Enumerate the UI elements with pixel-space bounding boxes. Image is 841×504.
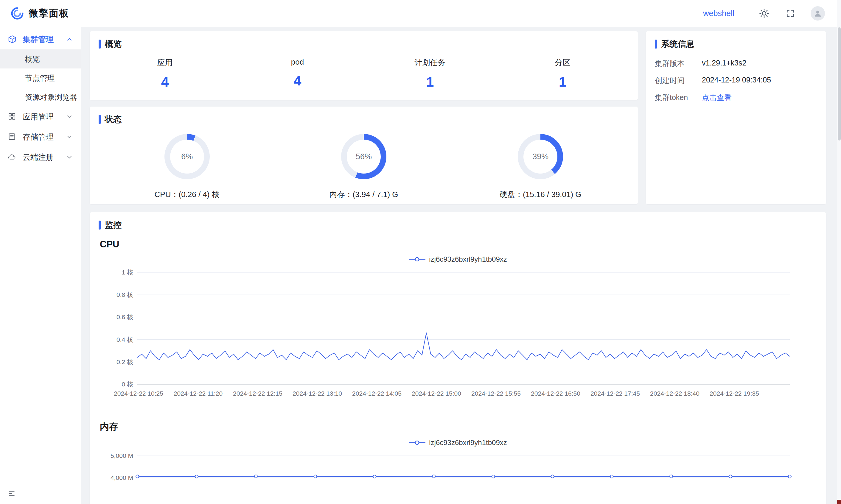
stat-value: 1 bbox=[496, 74, 629, 90]
cube-icon bbox=[8, 35, 17, 44]
disk-donut-chart: 39% bbox=[518, 134, 563, 179]
memory-chart-block: 内存 izj6c93z6bxrl9yh1tb09xz 5,000 M4,000 … bbox=[99, 421, 817, 504]
chevron-down-icon bbox=[66, 133, 73, 141]
view-token-link[interactable]: 点击查看 bbox=[702, 93, 732, 103]
memory-chart-subtitle: 内存 bbox=[100, 421, 817, 433]
stat-label: 分区 bbox=[496, 57, 629, 68]
svg-text:5,000 M: 5,000 M bbox=[110, 452, 133, 459]
system-info-row-token: 集群token 点击查看 bbox=[655, 93, 817, 103]
cpu-chart-legend[interactable]: izj6c93z6bxrl9yh1tb09xz bbox=[99, 255, 817, 264]
fullscreen-icon[interactable] bbox=[784, 7, 796, 19]
sidebar-item-node-management[interactable]: 节点管理 bbox=[0, 69, 81, 88]
overview-card: 概览 应用 4 pod 4 计划任务 1 bbox=[90, 31, 638, 100]
gauge-label: 内存：(3.94 / 7.1) G bbox=[329, 189, 398, 200]
system-info-row-created: 创建时间 2024-12-19 09:34:05 bbox=[655, 76, 817, 86]
sidebar-item-cluster-management[interactable]: 集群管理 bbox=[0, 29, 81, 50]
sidebar-item-app-management[interactable]: 应用管理 bbox=[0, 107, 81, 127]
memory-chart-svg: 5,000 M4,000 M bbox=[99, 450, 818, 504]
gauge-label: CPU：(0.26 / 4) 核 bbox=[155, 189, 220, 200]
title-accent-bar bbox=[99, 40, 101, 49]
chevron-down-icon bbox=[66, 113, 73, 120]
overview-stats-row: 应用 4 pod 4 计划任务 1 分区 1 bbox=[99, 57, 629, 90]
svg-text:2024-12-22 16:50: 2024-12-22 16:50 bbox=[531, 390, 580, 397]
stat-value: 4 bbox=[99, 74, 231, 90]
svg-text:2024-12-22 13:10: 2024-12-22 13:10 bbox=[293, 390, 342, 397]
sidebar-subitem-label: 资源对象浏览器 bbox=[25, 92, 77, 102]
sidebar-item-resource-browser[interactable]: 资源对象浏览器 bbox=[0, 88, 81, 107]
stat-pods: pod 4 bbox=[231, 57, 364, 90]
stat-value: 4 bbox=[231, 73, 364, 89]
monitor-card-title: 监控 bbox=[99, 219, 817, 231]
theme-sun-icon[interactable] bbox=[758, 7, 770, 19]
svg-text:2024-12-22 11:20: 2024-12-22 11:20 bbox=[174, 390, 223, 397]
top-bar: 微擎面板 webshell bbox=[0, 0, 837, 27]
cpu-donut-chart: 6% bbox=[164, 134, 210, 179]
stat-label: pod bbox=[231, 57, 364, 67]
scrollbar-thumb[interactable] bbox=[838, 28, 841, 141]
svg-text:2024-12-22 15:55: 2024-12-22 15:55 bbox=[471, 390, 521, 397]
page-scrollbar[interactable] bbox=[837, 0, 841, 504]
svg-text:4,000 M: 4,000 M bbox=[110, 474, 133, 481]
stat-cronjobs: 计划任务 1 bbox=[364, 57, 496, 90]
status-card: 状态 6% CPU：(0.26 / 4) 核 56% 内存：(3.94 / 7.… bbox=[90, 107, 638, 204]
gauge-label: 硬盘：(15.16 / 39.01) G bbox=[500, 189, 581, 200]
svg-text:1 核: 1 核 bbox=[122, 269, 133, 276]
stat-partitions: 分区 1 bbox=[496, 57, 629, 90]
stat-apps: 应用 4 bbox=[99, 57, 231, 90]
cpu-chart-block: CPU izj6c93z6bxrl9yh1tb09xz 1 核0.8 核0.6 … bbox=[99, 239, 817, 401]
grid-icon bbox=[8, 112, 17, 121]
row-label: 创建时间 bbox=[655, 76, 697, 86]
stat-label: 应用 bbox=[99, 57, 231, 68]
cloud-icon bbox=[8, 153, 17, 162]
svg-text:2024-12-22 19:35: 2024-12-22 19:35 bbox=[709, 390, 759, 397]
gauges-row: 6% CPU：(0.26 / 4) 核 56% 内存：(3.94 / 7.1) … bbox=[99, 134, 629, 200]
legend-label: izj6c93z6bxrl9yh1tb09xz bbox=[429, 255, 507, 264]
status-card-title: 状态 bbox=[99, 114, 629, 125]
monitor-title-text: 监控 bbox=[105, 219, 122, 231]
system-info-rows: 集群版本 v1.29.1+k3s2 创建时间 2024-12-19 09:34:… bbox=[655, 59, 817, 103]
row-value: v1.29.1+k3s2 bbox=[702, 59, 746, 69]
svg-text:2024-12-22 15:00: 2024-12-22 15:00 bbox=[412, 390, 461, 397]
sidebar-item-storage-management[interactable]: 存储管理 bbox=[0, 127, 81, 147]
row-value: 2024-12-19 09:34:05 bbox=[702, 76, 771, 86]
sidebar-subitem-label: 节点管理 bbox=[25, 73, 55, 83]
gauge-percent: 39% bbox=[518, 134, 563, 179]
title-accent-bar bbox=[99, 115, 101, 124]
overview-title-text: 概览 bbox=[105, 38, 122, 50]
sidebar-item-overview[interactable]: 概览 bbox=[0, 50, 81, 69]
sidebar-collapse-icon[interactable] bbox=[8, 490, 16, 499]
svg-text:2024-12-22 14:05: 2024-12-22 14:05 bbox=[352, 390, 402, 397]
system-info-card-title: 系统信息 bbox=[655, 38, 817, 50]
svg-text:0.8 核: 0.8 核 bbox=[117, 291, 133, 298]
app-logo-icon bbox=[10, 6, 24, 20]
system-info-card: 系统信息 集群版本 v1.29.1+k3s2 创建时间 2024-12-19 0… bbox=[646, 31, 826, 204]
user-avatar[interactable] bbox=[811, 6, 825, 20]
legend-line-icon bbox=[409, 440, 425, 445]
legend-line-icon bbox=[409, 257, 425, 262]
svg-text:2024-12-22 18:40: 2024-12-22 18:40 bbox=[650, 390, 700, 397]
sidebar-item-label: 集群管理 bbox=[23, 34, 54, 44]
monitor-card: 监控 CPU izj6c93z6bxrl9yh1tb09xz 1 核0.8 核0… bbox=[90, 212, 826, 504]
topbar-actions: webshell bbox=[703, 6, 825, 20]
sidebar-item-cloud-registration[interactable]: 云端注册 bbox=[0, 147, 81, 167]
svg-text:2024-12-22 12:15: 2024-12-22 12:15 bbox=[233, 390, 282, 397]
gauge-percent: 6% bbox=[164, 134, 210, 179]
sidebar-item-label: 应用管理 bbox=[23, 112, 54, 122]
svg-text:0.6 核: 0.6 核 bbox=[117, 313, 133, 320]
sidebar-subitem-label: 概览 bbox=[25, 54, 40, 64]
webshell-link[interactable]: webshell bbox=[703, 9, 734, 18]
status-title-text: 状态 bbox=[105, 114, 122, 125]
gauge-memory: 56% 内存：(3.94 / 7.1) G bbox=[275, 134, 452, 200]
chevron-down-icon bbox=[66, 154, 73, 161]
stat-value: 1 bbox=[364, 74, 496, 90]
scrollbar-bottom-marker bbox=[837, 500, 841, 504]
storage-icon bbox=[8, 132, 17, 141]
main-content: 概览 应用 4 pod 4 计划任务 1 bbox=[81, 27, 841, 504]
svg-text:2024-12-22 10:25: 2024-12-22 10:25 bbox=[114, 390, 163, 397]
row-label: 集群token bbox=[655, 93, 697, 103]
sidebar-item-label: 存储管理 bbox=[23, 132, 54, 142]
svg-text:0.2 核: 0.2 核 bbox=[117, 358, 133, 365]
memory-donut-chart: 56% bbox=[341, 134, 386, 179]
memory-chart-legend[interactable]: izj6c93z6bxrl9yh1tb09xz bbox=[99, 438, 817, 447]
row-label: 集群版本 bbox=[655, 59, 697, 69]
